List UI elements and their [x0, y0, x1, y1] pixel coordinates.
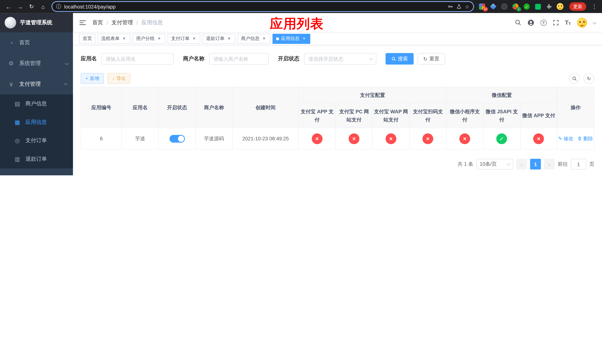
col-create-time: 创建时间: [233, 87, 299, 128]
cell-alipay-app: ×: [299, 128, 335, 149]
page-number-1[interactable]: 1: [530, 159, 541, 169]
github-icon[interactable]: [527, 19, 534, 26]
browser-update-button[interactable]: 更新: [569, 2, 586, 11]
goto-page-input[interactable]: [571, 159, 586, 169]
tab-app-info[interactable]: 应用信息 ×: [272, 34, 310, 44]
breadcrumb-current: 应用信息: [141, 19, 163, 26]
extension-puzzle-icon[interactable]: [546, 3, 552, 10]
col-alipay-pc: 支付宝 PC 网站支付: [336, 103, 372, 128]
plus-icon: +: [85, 76, 88, 81]
disabled-cross-icon: ×: [422, 133, 433, 144]
pagination: 共 1 条 10条/页 ‹ 1 › 前往 页: [81, 159, 594, 169]
close-icon[interactable]: ×: [121, 36, 127, 41]
merchant-name-label: 商户名称: [183, 55, 204, 62]
bookmark-star-icon[interactable]: ☆: [465, 4, 469, 10]
tab-pay-order[interactable]: 支付订单 ×: [168, 34, 200, 44]
url-text[interactable]: localhost:1024/pay/app: [64, 4, 445, 10]
page-title-annotation: 应用列表: [270, 15, 324, 33]
sidebar-collapse-icon[interactable]: [73, 20, 92, 25]
breadcrumb-home[interactable]: 首页: [92, 19, 103, 26]
font-size-icon[interactable]: TT: [565, 19, 571, 26]
extension-grid-icon[interactable]: 10: [479, 3, 485, 10]
status-label: 开启状态: [278, 55, 299, 62]
goto-suffix: 页: [589, 161, 594, 168]
fullscreen-icon[interactable]: [553, 20, 559, 26]
col-actions: 操作: [557, 87, 594, 128]
extension-green-circle-icon[interactable]: ✓: [523, 3, 530, 10]
address-bar[interactable]: ⓘ localhost:1024/pay/app ☆: [52, 1, 474, 12]
chevron-down-icon: [506, 162, 510, 166]
extension-diamond-icon[interactable]: [490, 3, 497, 10]
sidebar-logo-row[interactable]: 芋道管理系统: [0, 13, 73, 32]
search-button[interactable]: 搜索: [386, 53, 414, 65]
app-name-input[interactable]: [101, 53, 174, 65]
browser-back-button[interactable]: ←: [3, 1, 14, 12]
delete-link[interactable]: 删除: [577, 135, 593, 142]
tab-label: 支付订单: [171, 35, 190, 42]
avatar-caret-icon[interactable]: [592, 21, 596, 24]
sidebar-item-system[interactable]: ⚙ 系统管理: [0, 53, 73, 74]
browser-forward-button[interactable]: →: [15, 1, 25, 12]
sidebar-item-merchant-info[interactable]: ▤ 商户信息: [0, 95, 73, 113]
extension-avatar-icon[interactable]: 1: [512, 3, 519, 10]
page-size-select[interactable]: 10条/页: [476, 159, 513, 169]
next-page-button[interactable]: ›: [544, 159, 555, 169]
toggle-search-button[interactable]: [569, 73, 580, 84]
password-key-icon[interactable]: [448, 4, 453, 9]
download-icon: ↓: [112, 76, 114, 81]
breadcrumb-separator: /: [136, 20, 138, 26]
browser-reload-button[interactable]: ↻: [26, 1, 37, 12]
browser-home-button[interactable]: ⌂: [38, 1, 49, 12]
help-icon[interactable]: ?: [540, 20, 547, 26]
active-tab-dot: [276, 37, 279, 40]
tab-refund-order[interactable]: 退款订单 ×: [203, 34, 235, 44]
search-icon[interactable]: [515, 19, 521, 26]
col-wx-mini: 微信小程序支付: [446, 103, 483, 128]
sidebar-item-infrastructure[interactable]: ▣ 基础设施: [0, 168, 73, 175]
add-button[interactable]: + 新增: [81, 73, 104, 84]
logo-avatar: [5, 17, 16, 28]
col-wx-app: 微信 APP 支付: [520, 103, 557, 128]
tab-label: 应用信息: [281, 35, 300, 42]
sidebar-item-home[interactable]: ◔ 首页: [0, 32, 73, 53]
close-icon[interactable]: ×: [301, 36, 307, 41]
tab-process-form[interactable]: 流程表单 ×: [97, 34, 130, 44]
tab-merchant-info[interactable]: 商户信息 ×: [237, 34, 270, 44]
export-button[interactable]: ↓ 导出: [108, 73, 130, 84]
browser-toolbar: ← → ↻ ⌂ ⓘ localhost:1024/pay/app ☆ 10: [0, 0, 602, 13]
prev-page-button[interactable]: ‹: [516, 159, 527, 169]
chevron-down-icon: [65, 61, 69, 65]
reset-button[interactable]: ↻ 重置: [418, 53, 445, 65]
sidebar-item-payment[interactable]: ¥ 支付管理: [0, 74, 73, 95]
close-icon[interactable]: ×: [156, 36, 162, 41]
status-toggle[interactable]: [169, 135, 185, 143]
sidebar-item-app-info[interactable]: ▦ 应用信息: [0, 113, 73, 131]
user-avatar[interactable]: [577, 17, 587, 27]
share-icon[interactable]: [456, 4, 462, 9]
close-icon[interactable]: ×: [191, 36, 197, 41]
disabled-cross-icon: ×: [386, 133, 396, 144]
extension-badge: 10: [483, 7, 488, 11]
filter-form: 应用名 商户名称 开启状态: [81, 53, 594, 65]
status-select[interactable]: [304, 53, 376, 65]
breadcrumb-payment[interactable]: 支付管理: [111, 19, 133, 26]
browser-profile-avatar[interactable]: [557, 3, 563, 10]
close-icon[interactable]: ×: [261, 36, 267, 41]
cell-wx-mini: ×: [446, 128, 483, 149]
close-icon[interactable]: ×: [226, 36, 232, 41]
edit-link[interactable]: ✎ 修改: [558, 135, 573, 142]
col-alipay-wap: 支付宝 WAP 网站支付: [372, 103, 409, 128]
col-group-wechat: 微信配置: [446, 87, 557, 103]
col-merchant: 商户名称: [195, 87, 232, 128]
cell-alipay-pc: ×: [336, 128, 372, 149]
site-info-icon[interactable]: ⓘ: [56, 3, 61, 10]
browser-menu-icon[interactable]: ⋮: [591, 3, 598, 10]
merchant-name-input[interactable]: [209, 53, 269, 65]
sidebar-item-refund-order[interactable]: ▥ 退款订单: [0, 150, 73, 169]
tab-home[interactable]: 首页: [79, 34, 95, 44]
sidebar-item-pay-order[interactable]: ◎ 支付订单: [0, 131, 73, 150]
extension-green-square-icon[interactable]: [534, 3, 541, 10]
tab-user-group[interactable]: 用户分组 ×: [133, 34, 165, 44]
refresh-button[interactable]: ↻: [583, 73, 594, 84]
extension-dark-circle-icon[interactable]: [501, 3, 508, 10]
